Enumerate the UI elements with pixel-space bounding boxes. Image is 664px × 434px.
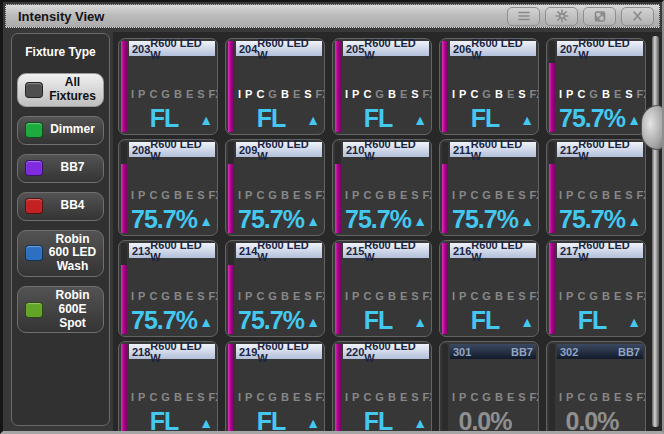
fixture-cell-219[interactable]: 219 R600 LED W IPCGBESFX FL ▲ [225, 341, 325, 434]
attr-i: I [452, 88, 455, 100]
intensity-value: FL [236, 104, 306, 132]
fixture-cell-214[interactable]: 214 R600 LED W IPCGBESFX 75.7% ▲ [225, 240, 325, 337]
window-titlebar[interactable]: Intensity View [5, 4, 660, 28]
attr-fx: FX [316, 189, 325, 201]
attr-g: G [268, 189, 277, 201]
fixture-type-dimmer[interactable]: Dimmer [17, 116, 104, 145]
attr-fx: FX [637, 391, 646, 403]
settings-button[interactable] [545, 7, 578, 26]
intensity-bar-fill [335, 164, 341, 233]
attr-g: G [375, 290, 384, 302]
attr-g: G [161, 391, 170, 403]
fixture-type-robin-600-led-wash[interactable]: Robin 600 LED Wash [17, 230, 104, 277]
fixture-id: 209 [239, 144, 257, 156]
fixture-cell-217[interactable]: 217 R600 LED W IPCGBESFX FL ▲ [546, 240, 646, 337]
fixture-cell-204[interactable]: 204 R600 LED W IPCGBESFX FL ▲ [225, 38, 325, 135]
attr-g: G [482, 189, 491, 201]
fixture-cell-218[interactable]: 218 R600 LED W IPCGBESFX FL ▲ [118, 341, 218, 434]
fixture-cell-208[interactable]: 208 R600 LED W IPCGBESFX 75.7% ▲ [118, 139, 218, 236]
fixture-type-bb7[interactable]: BB7 [17, 154, 104, 183]
fixture-cell-302[interactable]: 302 BB7 IPCGBESFX 0.0% [546, 341, 646, 434]
intensity-scrollbar-track[interactable] [652, 36, 659, 427]
value-row: FL ▲ [450, 102, 534, 132]
fixture-cell-213[interactable]: 213 R600 LED W IPCGBESFX 75.7% ▲ [118, 240, 218, 337]
fixture-id: 216 [453, 245, 471, 257]
fixture-cell-301[interactable]: 301 BB7 IPCGBESFX 0.0% [439, 341, 539, 434]
fixture-cell-215[interactable]: 215 R600 LED W IPCGBESFX FL ▲ [332, 240, 432, 337]
intensity-bar-track [442, 41, 448, 132]
attr-i: I [559, 290, 562, 302]
attr-e: E [400, 189, 407, 201]
attr-i: I [345, 391, 348, 403]
attr-p: P [245, 189, 252, 201]
intensity-bar-fill [228, 41, 234, 132]
attribute-letters: IPCGBESFX [343, 88, 429, 100]
attr-e: E [614, 88, 621, 100]
fixture-header: 209 R600 LED W [236, 142, 322, 157]
resize-button[interactable] [583, 7, 616, 26]
attr-i: I [345, 88, 348, 100]
fixture-type-all-fixtures[interactable]: All Fixtures [17, 73, 104, 107]
intensity-bar-track [335, 41, 341, 132]
attr-fx: FX [637, 88, 646, 100]
attr-b: B [174, 189, 182, 201]
fixture-cell-209[interactable]: 209 R600 LED W IPCGBESFX 75.7% ▲ [225, 139, 325, 236]
up-arrow-icon: ▲ [413, 315, 427, 329]
close-icon [631, 10, 644, 22]
fixture-cell-211[interactable]: 211 R600 LED W IPCGBESFX 75.7% ▲ [439, 139, 539, 236]
attribute-letters: IPCGBESFX [343, 290, 429, 302]
fixture-id: 211 [453, 144, 471, 156]
up-arrow-icon: ▲ [306, 315, 320, 329]
attribute-letters: IPCGBESFX [450, 391, 536, 403]
attr-fx: FX [637, 290, 646, 302]
fixture-cell-205[interactable]: 205 R600 LED W IPCGBESFX FL ▲ [332, 38, 432, 135]
attr-b: B [281, 88, 289, 100]
fixture-id: 302 [560, 346, 578, 358]
attr-s: S [518, 189, 525, 201]
attr-c: C [149, 391, 157, 403]
fixture-type-label: Dimmer [45, 123, 100, 137]
up-arrow-icon: ▲ [520, 315, 534, 329]
attr-e: E [400, 391, 407, 403]
attr-g: G [589, 391, 598, 403]
intensity-bar-fill [335, 41, 341, 132]
attr-c: C [149, 189, 157, 201]
intensity-scrollbar-handle[interactable] [641, 105, 664, 150]
intensity-bar-fill [549, 243, 555, 334]
fixture-type-swatch [25, 198, 43, 214]
intensity-value: FL [129, 104, 199, 132]
attr-p: P [459, 290, 466, 302]
fixture-cell-206[interactable]: 206 R600 LED W IPCGBESFX FL ▲ [439, 38, 539, 135]
value-row: 75.7% ▲ [557, 102, 641, 132]
intensity-value: 75.7% [557, 205, 627, 233]
fixture-cell-216[interactable]: 216 R600 LED W IPCGBESFX FL ▲ [439, 240, 539, 337]
fixture-cell-207[interactable]: 207 R600 LED W IPCGBESFX 75.7% ▲ [546, 38, 646, 135]
attr-p: P [245, 290, 252, 302]
fixture-type-bb4[interactable]: BB4 [17, 192, 104, 221]
intensity-bar-fill [228, 265, 234, 334]
intensity-bar-track [549, 41, 555, 132]
intensity-bar-fill [549, 63, 555, 132]
fixture-type-robin-600e-spot[interactable]: Robin 600E Spot [17, 286, 104, 333]
menu-button[interactable] [507, 7, 540, 26]
attr-c: C [577, 88, 585, 100]
attr-fx: FX [209, 290, 218, 302]
fixture-cell-210[interactable]: 210 R600 LED W IPCGBESFX 75.7% ▲ [332, 139, 432, 236]
attr-i: I [559, 391, 562, 403]
attr-s: S [304, 189, 311, 201]
close-button[interactable] [621, 7, 654, 26]
attr-b: B [495, 391, 503, 403]
attr-g: G [375, 391, 384, 403]
intensity-value: FL [129, 407, 199, 434]
fixture-cell-212[interactable]: 212 R600 LED W IPCGBESFX 75.7% ▲ [546, 139, 646, 236]
attr-g: G [161, 290, 170, 302]
fixture-name: R600 LED W [471, 240, 533, 263]
attr-s: S [518, 88, 525, 100]
attr-fx: FX [423, 391, 432, 403]
attr-b: B [602, 189, 610, 201]
attr-fx: FX [530, 391, 539, 403]
fixture-cell-220[interactable]: 220 R600 LED W IPCGBESFX FL ▲ [332, 341, 432, 434]
attr-g: G [375, 189, 384, 201]
intensity-value: FL [557, 306, 627, 334]
fixture-cell-203[interactable]: 203 R600 LED W IPCGBESFX FL ▲ [118, 38, 218, 135]
